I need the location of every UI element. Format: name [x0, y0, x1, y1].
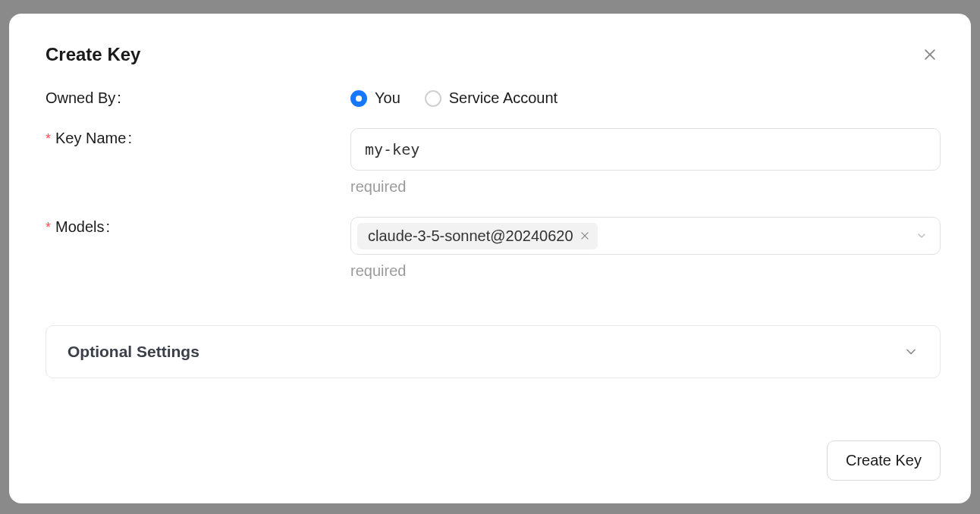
optional-settings-panel: Optional Settings	[46, 325, 941, 378]
models-select[interactable]: claude-3-5-sonnet@20240620	[350, 217, 941, 255]
key-name-label: * Key Name:	[46, 128, 350, 147]
chevron-down-icon	[916, 230, 928, 242]
close-icon	[580, 230, 590, 241]
owned-by-label: Owned By:	[46, 88, 350, 107]
create-key-modal: Create Key Owned By: You	[9, 14, 971, 503]
radio-you[interactable]: You	[350, 89, 400, 107]
optional-settings-title: Optional Settings	[68, 343, 199, 361]
model-tag-label: claude-3-5-sonnet@20240620	[368, 227, 573, 245]
model-tag-remove[interactable]	[580, 230, 590, 241]
models-label: * Models:	[46, 217, 350, 236]
radio-you-label: You	[375, 89, 400, 107]
chevron-down-icon	[903, 344, 919, 359]
key-name-helper: required	[350, 178, 941, 196]
radio-service-account[interactable]: Service Account	[425, 89, 558, 107]
radio-circle-icon	[425, 90, 441, 107]
close-icon	[922, 47, 938, 62]
owned-by-control: You Service Account	[350, 88, 941, 107]
key-name-control: required	[350, 128, 941, 196]
models-row: * Models: claude-3-5-sonnet@20240620	[46, 217, 941, 280]
form-body: Owned By: You Service Account * K	[46, 88, 941, 425]
key-name-row: * Key Name: required	[46, 128, 941, 196]
close-button[interactable]	[919, 44, 941, 65]
key-name-input[interactable]	[350, 128, 941, 171]
model-tag: claude-3-5-sonnet@20240620	[357, 223, 598, 249]
optional-settings-header[interactable]: Optional Settings	[46, 326, 940, 378]
create-key-button[interactable]: Create Key	[827, 440, 941, 481]
radio-circle-icon	[350, 90, 367, 107]
modal-footer: Create Key	[46, 440, 941, 481]
radio-service-label: Service Account	[449, 89, 558, 107]
modal-header: Create Key	[46, 44, 941, 65]
models-helper: required	[350, 262, 941, 280]
owned-by-row: Owned By: You Service Account	[46, 88, 941, 107]
owned-by-radio-group: You Service Account	[350, 88, 941, 107]
models-control: claude-3-5-sonnet@20240620	[350, 217, 941, 280]
modal-title: Create Key	[46, 44, 140, 65]
